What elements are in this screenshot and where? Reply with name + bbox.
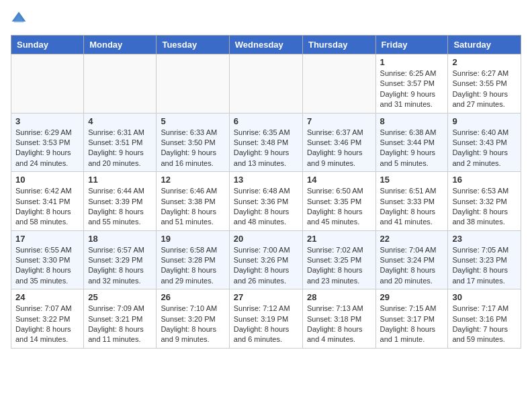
day-info: Sunrise: 7:10 AM Sunset: 3:20 PM Dayligh… (161, 304, 224, 345)
day-info: Sunrise: 7:00 AM Sunset: 3:26 PM Dayligh… (234, 245, 298, 287)
calendar-week-2: 3Sunrise: 6:29 AM Sunset: 3:53 PM Daylig… (11, 113, 521, 172)
day-info: Sunrise: 6:33 AM Sunset: 3:50 PM Dayligh… (161, 128, 224, 169)
day-number: 6 (234, 116, 298, 126)
calendar-week-5: 24Sunrise: 7:07 AM Sunset: 3:22 PM Dayli… (11, 289, 521, 349)
calendar-cell: 30Sunrise: 7:17 AM Sunset: 3:16 PM Dayli… (448, 289, 521, 349)
day-number: 22 (380, 234, 444, 244)
day-info: Sunrise: 7:15 AM Sunset: 3:17 PM Dayligh… (380, 304, 444, 345)
day-info: Sunrise: 7:12 AM Sunset: 3:19 PM Dayligh… (234, 304, 298, 345)
day-info: Sunrise: 6:44 AM Sunset: 3:39 PM Dayligh… (88, 186, 152, 228)
calendar-cell (229, 54, 302, 113)
calendar-week-3: 10Sunrise: 6:42 AM Sunset: 3:41 PM Dayli… (11, 172, 521, 231)
logo-icon (11, 11, 27, 27)
day-info: Sunrise: 7:07 AM Sunset: 3:22 PM Dayligh… (15, 304, 79, 345)
weekday-header-saturday: Saturday (448, 36, 521, 54)
day-number: 28 (307, 292, 371, 302)
day-number: 14 (307, 175, 371, 185)
day-number: 10 (15, 175, 79, 185)
page-header (11, 11, 521, 27)
calendar-table: SundayMondayTuesdayWednesdayThursdayFrid… (11, 35, 521, 349)
weekday-header-friday: Friday (375, 36, 448, 54)
calendar-cell: 16Sunrise: 6:53 AM Sunset: 3:32 PM Dayli… (448, 172, 521, 231)
calendar-cell: 6Sunrise: 6:35 AM Sunset: 3:48 PM Daylig… (229, 113, 302, 172)
day-number: 25 (88, 292, 152, 302)
day-info: Sunrise: 6:37 AM Sunset: 3:46 PM Dayligh… (307, 128, 371, 169)
day-info: Sunrise: 6:27 AM Sunset: 3:55 PM Dayligh… (452, 68, 517, 110)
day-info: Sunrise: 7:05 AM Sunset: 3:23 PM Dayligh… (452, 245, 517, 287)
day-info: Sunrise: 6:50 AM Sunset: 3:35 PM Dayligh… (307, 186, 371, 228)
calendar-cell: 13Sunrise: 6:48 AM Sunset: 3:36 PM Dayli… (229, 172, 302, 231)
calendar-cell: 21Sunrise: 7:02 AM Sunset: 3:25 PM Dayli… (302, 230, 375, 289)
day-number: 30 (452, 292, 517, 302)
day-info: Sunrise: 7:09 AM Sunset: 3:21 PM Dayligh… (88, 304, 152, 345)
day-number: 12 (161, 175, 224, 185)
day-info: Sunrise: 6:40 AM Sunset: 3:43 PM Dayligh… (452, 128, 517, 169)
day-number: 7 (307, 116, 371, 126)
calendar-cell: 15Sunrise: 6:51 AM Sunset: 3:33 PM Dayli… (375, 172, 448, 231)
day-info: Sunrise: 7:02 AM Sunset: 3:25 PM Dayligh… (307, 245, 371, 287)
weekday-header-tuesday: Tuesday (157, 36, 229, 54)
day-info: Sunrise: 6:58 AM Sunset: 3:28 PM Dayligh… (161, 245, 224, 287)
calendar-cell: 20Sunrise: 7:00 AM Sunset: 3:26 PM Dayli… (229, 230, 302, 289)
day-number: 9 (452, 116, 517, 126)
day-number: 5 (161, 116, 224, 126)
day-number: 13 (234, 175, 298, 185)
day-number: 18 (88, 234, 152, 244)
day-info: Sunrise: 6:42 AM Sunset: 3:41 PM Dayligh… (15, 186, 79, 228)
calendar-header-row: SundayMondayTuesdayWednesdayThursdayFrid… (11, 36, 521, 54)
calendar-cell: 26Sunrise: 7:10 AM Sunset: 3:20 PM Dayli… (157, 289, 229, 349)
calendar-cell: 14Sunrise: 6:50 AM Sunset: 3:35 PM Dayli… (302, 172, 375, 231)
calendar-cell: 29Sunrise: 7:15 AM Sunset: 3:17 PM Dayli… (375, 289, 448, 349)
calendar-cell: 19Sunrise: 6:58 AM Sunset: 3:28 PM Dayli… (157, 230, 229, 289)
day-number: 3 (15, 116, 79, 126)
day-number: 21 (307, 234, 371, 244)
calendar-cell: 12Sunrise: 6:46 AM Sunset: 3:38 PM Dayli… (157, 172, 229, 231)
calendar-cell (11, 54, 84, 113)
day-number: 15 (380, 175, 444, 185)
day-number: 29 (380, 292, 444, 302)
day-number: 17 (15, 234, 79, 244)
calendar-cell: 18Sunrise: 6:57 AM Sunset: 3:29 PM Dayli… (84, 230, 157, 289)
weekday-header-wednesday: Wednesday (229, 36, 302, 54)
day-info: Sunrise: 6:29 AM Sunset: 3:53 PM Dayligh… (15, 128, 79, 169)
calendar-cell: 25Sunrise: 7:09 AM Sunset: 3:21 PM Dayli… (84, 289, 157, 349)
day-number: 20 (234, 234, 298, 244)
calendar-cell: 27Sunrise: 7:12 AM Sunset: 3:19 PM Dayli… (229, 289, 302, 349)
day-info: Sunrise: 6:51 AM Sunset: 3:33 PM Dayligh… (380, 186, 444, 228)
calendar-cell: 4Sunrise: 6:31 AM Sunset: 3:51 PM Daylig… (84, 113, 157, 172)
calendar-cell: 11Sunrise: 6:44 AM Sunset: 3:39 PM Dayli… (84, 172, 157, 231)
calendar-cell: 1Sunrise: 6:25 AM Sunset: 3:57 PM Daylig… (375, 54, 448, 113)
day-info: Sunrise: 6:57 AM Sunset: 3:29 PM Dayligh… (88, 245, 152, 287)
calendar-cell (302, 54, 375, 113)
day-info: Sunrise: 6:46 AM Sunset: 3:38 PM Dayligh… (161, 186, 224, 228)
calendar-cell: 23Sunrise: 7:05 AM Sunset: 3:23 PM Dayli… (448, 230, 521, 289)
day-info: Sunrise: 6:31 AM Sunset: 3:51 PM Dayligh… (88, 128, 152, 169)
calendar-cell (157, 54, 229, 113)
calendar-cell: 17Sunrise: 6:55 AM Sunset: 3:30 PM Dayli… (11, 230, 84, 289)
day-number: 16 (452, 175, 517, 185)
weekday-header-thursday: Thursday (302, 36, 375, 54)
calendar-cell: 9Sunrise: 6:40 AM Sunset: 3:43 PM Daylig… (448, 113, 521, 172)
day-number: 27 (234, 292, 298, 302)
day-number: 4 (88, 116, 152, 126)
calendar-cell: 7Sunrise: 6:37 AM Sunset: 3:46 PM Daylig… (302, 113, 375, 172)
calendar-cell: 3Sunrise: 6:29 AM Sunset: 3:53 PM Daylig… (11, 113, 84, 172)
day-number: 23 (452, 234, 517, 244)
calendar-cell (84, 54, 157, 113)
logo (11, 11, 30, 27)
calendar-cell: 8Sunrise: 6:38 AM Sunset: 3:44 PM Daylig… (375, 113, 448, 172)
calendar-cell: 2Sunrise: 6:27 AM Sunset: 3:55 PM Daylig… (448, 54, 521, 113)
calendar-cell: 10Sunrise: 6:42 AM Sunset: 3:41 PM Dayli… (11, 172, 84, 231)
calendar-week-4: 17Sunrise: 6:55 AM Sunset: 3:30 PM Dayli… (11, 230, 521, 289)
day-info: Sunrise: 6:25 AM Sunset: 3:57 PM Dayligh… (380, 68, 444, 110)
day-number: 19 (161, 234, 224, 244)
day-info: Sunrise: 7:13 AM Sunset: 3:18 PM Dayligh… (307, 304, 371, 345)
day-info: Sunrise: 6:53 AM Sunset: 3:32 PM Dayligh… (452, 186, 517, 228)
day-info: Sunrise: 6:35 AM Sunset: 3:48 PM Dayligh… (234, 128, 298, 169)
calendar-week-1: 1Sunrise: 6:25 AM Sunset: 3:57 PM Daylig… (11, 54, 521, 113)
day-number: 2 (452, 57, 517, 67)
calendar-cell: 5Sunrise: 6:33 AM Sunset: 3:50 PM Daylig… (157, 113, 229, 172)
calendar-cell: 22Sunrise: 7:04 AM Sunset: 3:24 PM Dayli… (375, 230, 448, 289)
day-number: 1 (380, 57, 444, 67)
weekday-header-monday: Monday (84, 36, 157, 54)
